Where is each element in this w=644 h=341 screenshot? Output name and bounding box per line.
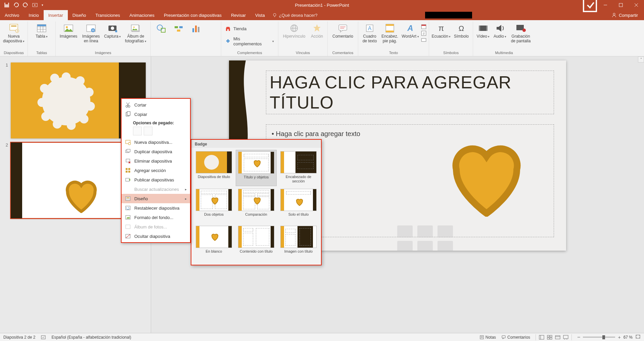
slide-sorter-view-icon[interactable] bbox=[546, 334, 553, 340]
heart-icon bbox=[61, 179, 101, 213]
ctx-format-background[interactable]: Formato del fondo... bbox=[122, 213, 190, 222]
status-language[interactable]: Español (España - alfabetización tradici… bbox=[51, 335, 131, 340]
paste-picture[interactable] bbox=[144, 127, 152, 135]
screen-recording-button[interactable]: Grabación de pantalla bbox=[509, 22, 533, 44]
tab-animations[interactable]: Animaciones bbox=[125, 10, 159, 20]
status-comments-button[interactable]: Comentarios bbox=[501, 335, 530, 340]
minimize-button[interactable] bbox=[598, 0, 613, 10]
table-button[interactable]: Tabla bbox=[30, 22, 53, 39]
action-button[interactable]: Acción bbox=[309, 22, 325, 39]
ctx-delete-slide[interactable]: Eliminar diapositiva bbox=[122, 156, 190, 166]
content-type-icons[interactable] bbox=[397, 225, 454, 251]
video-button[interactable]: Vídeo bbox=[475, 22, 491, 39]
svg-point-74 bbox=[40, 84, 49, 93]
slideshow-view-icon[interactable] bbox=[562, 334, 569, 340]
ctx-new-slide[interactable]: Nueva diapositiva... bbox=[122, 137, 190, 147]
close-button[interactable] bbox=[629, 0, 644, 10]
store-button[interactable]: Tienda bbox=[223, 25, 248, 33]
undo-icon[interactable] bbox=[13, 2, 19, 8]
date-time-icon[interactable] bbox=[421, 24, 427, 30]
smartart-button[interactable] bbox=[170, 22, 187, 39]
title-placeholder[interactable]: HAGA CLIC PARA AGREGAR TÍTULO bbox=[266, 71, 554, 114]
insert-video-icon[interactable] bbox=[438, 241, 453, 251]
status-slide-info[interactable]: Diapositiva 2 de 2 bbox=[3, 335, 35, 340]
ctx-cut[interactable]: Cortar bbox=[122, 100, 190, 110]
ctx-copy[interactable]: Copiar bbox=[122, 110, 190, 119]
shapes-button[interactable] bbox=[153, 22, 170, 39]
share-button[interactable]: Compartir bbox=[611, 10, 644, 20]
text-box-button[interactable]: A Cuadro de texto bbox=[360, 22, 379, 44]
tab-file[interactable]: Archivo bbox=[0, 10, 24, 20]
online-pictures-button[interactable]: Imágenes en línea bbox=[80, 22, 102, 44]
layout-title-only[interactable]: Solo el título bbox=[278, 187, 319, 223]
ribbon-display-options-icon[interactable] bbox=[582, 0, 598, 10]
screenshot-button[interactable]: Captura bbox=[103, 22, 122, 39]
status-spellcheck-icon[interactable] bbox=[41, 335, 46, 340]
zoom-out-button[interactable]: − bbox=[577, 334, 580, 340]
svg-point-68 bbox=[86, 102, 95, 111]
insert-smartart-icon[interactable] bbox=[438, 225, 453, 238]
reading-view-icon[interactable] bbox=[554, 334, 561, 340]
svg-rect-86 bbox=[126, 159, 130, 162]
qat-dropdown-icon[interactable]: ▾ bbox=[42, 3, 43, 7]
maximize-button[interactable] bbox=[613, 0, 629, 10]
layout-title-slide[interactable]: Diapositiva de título bbox=[193, 150, 234, 186]
comment-button[interactable]: Comentario bbox=[330, 22, 356, 39]
insert-picture-icon[interactable] bbox=[397, 241, 413, 251]
symbol-button[interactable]: Ω Símbolo bbox=[452, 22, 471, 39]
slide-number-icon[interactable]: # bbox=[421, 30, 427, 36]
photo-album-button[interactable]: Álbum de fotografías bbox=[123, 22, 148, 44]
layout-title-content[interactable]: Título y objetos bbox=[236, 150, 277, 186]
tab-home[interactable]: Inicio bbox=[24, 10, 43, 20]
wordart-button[interactable]: A WordArt bbox=[401, 22, 420, 39]
ctx-publish-slides[interactable]: Publicar diapositivas bbox=[122, 175, 190, 184]
ctx-reset-slide[interactable]: Restablecer diapositiva bbox=[122, 203, 190, 213]
layout-picture-caption[interactable]: Imagen con título bbox=[278, 224, 319, 260]
layout-comparison[interactable]: Comparación bbox=[236, 187, 277, 223]
pictures-button[interactable]: Imágenes bbox=[58, 22, 79, 39]
tab-insert[interactable]: Insertar bbox=[44, 10, 68, 20]
new-slide-button[interactable]: ✦ Nueva diapositiva bbox=[2, 22, 26, 44]
tab-design[interactable]: Diseño bbox=[68, 10, 91, 20]
paste-keep-formatting[interactable] bbox=[133, 127, 142, 135]
tab-review[interactable]: Revisar bbox=[226, 10, 250, 20]
fit-to-window-icon[interactable] bbox=[635, 334, 641, 340]
redo-icon[interactable] bbox=[23, 2, 28, 8]
hyperlink-button[interactable]: Hipervínculo bbox=[280, 22, 308, 39]
tab-slideshow[interactable]: Presentación con diapositivas bbox=[159, 10, 226, 20]
content-placeholder-text: Haga clic para agregar texto bbox=[272, 130, 548, 138]
photo-album-icon bbox=[130, 23, 141, 34]
equation-button[interactable]: π Ecuación bbox=[431, 22, 451, 39]
save-icon[interactable] bbox=[4, 2, 9, 8]
status-notes-button[interactable]: Notas bbox=[479, 335, 496, 340]
layout-two-content[interactable]: Dos objetos bbox=[193, 187, 234, 223]
ctx-hide-slide[interactable]: Ocultar diapositiva bbox=[122, 231, 190, 241]
my-addins-button[interactable]: Mis complementos ▾ bbox=[223, 35, 276, 48]
tell-me-search[interactable]: ¿Qué desea hacer? bbox=[272, 10, 318, 20]
layout-content-caption[interactable]: Contenido con título bbox=[236, 224, 277, 260]
svg-rect-43 bbox=[339, 25, 347, 30]
svg-rect-109 bbox=[547, 335, 549, 337]
layout-blank[interactable]: En blanco bbox=[193, 224, 234, 260]
ctx-add-section[interactable]: Agregar sección bbox=[122, 166, 190, 175]
insert-chart-icon[interactable] bbox=[417, 225, 433, 238]
object-icon[interactable] bbox=[421, 37, 427, 43]
zoom-in-button[interactable]: + bbox=[618, 335, 620, 340]
ctx-layout[interactable]: Diseño▸ bbox=[122, 194, 190, 203]
layout-section-header[interactable]: Encabezado de sección bbox=[278, 150, 319, 186]
normal-view-icon[interactable] bbox=[538, 334, 545, 340]
tab-view[interactable]: Vista bbox=[250, 10, 270, 20]
start-from-beginning-icon[interactable] bbox=[32, 2, 38, 8]
header-footer-button[interactable]: Encabez. pie pág. bbox=[380, 22, 400, 44]
ctx-duplicate-slide[interactable]: Duplicar diapositiva bbox=[122, 147, 190, 156]
audio-button[interactable]: Audio bbox=[492, 22, 508, 39]
zoom-level[interactable]: 67 % bbox=[624, 335, 633, 340]
addins-icon bbox=[225, 39, 231, 44]
collapse-ribbon-icon[interactable]: ˄ bbox=[638, 56, 644, 62]
tab-transitions[interactable]: Transiciones bbox=[91, 10, 125, 20]
zoom-slider[interactable] bbox=[583, 337, 615, 338]
insert-table-icon[interactable] bbox=[397, 225, 413, 238]
insert-online-picture-icon[interactable] bbox=[417, 241, 433, 251]
slide-context-menu: Cortar Copiar Opciones de pegado: Nueva … bbox=[121, 98, 191, 243]
chart-button[interactable] bbox=[188, 22, 204, 39]
